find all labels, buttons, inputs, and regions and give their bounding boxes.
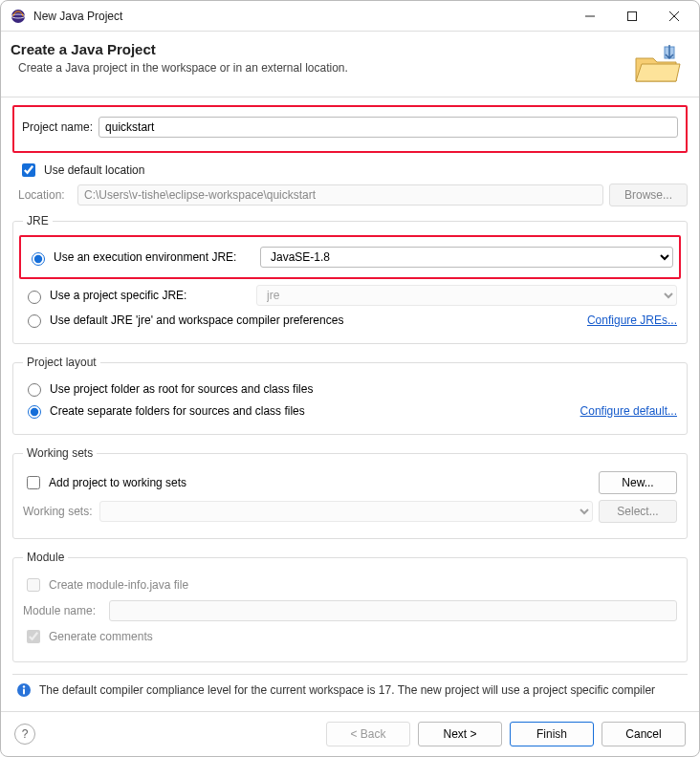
info-message: The default compiler compliance level fo… [12,674,688,702]
jre-legend: JRE [23,214,53,227]
use-root-folder-radio[interactable] [28,383,41,397]
back-button: < Back [326,722,410,746]
cancel-button[interactable]: Cancel [602,722,686,746]
project-layout-group: Project layout Use project folder as roo… [12,356,688,435]
select-working-sets-button: Select... [599,500,677,523]
configure-jres-link[interactable]: Configure JREs... [587,314,677,327]
folder-wizard-icon [630,41,684,87]
working-sets-label: Working sets: [23,505,94,518]
working-sets-select [99,501,593,522]
generate-comments-label: Generate comments [49,630,153,643]
module-name-input [109,600,677,621]
use-root-folder-label: Use project folder as root for sources a… [50,382,313,396]
separate-folders-radio[interactable] [28,405,41,419]
use-env-jre-label: Use an execution environment JRE: [54,250,254,264]
window-title: New Java Project [33,10,569,23]
project-name-input[interactable] [98,117,678,138]
location-label: Location: [18,188,72,202]
working-sets-legend: Working sets [23,446,97,460]
create-module-info-checkbox [27,578,40,592]
titlebar: New Java Project [1,1,699,32]
module-group: Module Create module-info.java file Modu… [12,551,688,662]
minimize-button[interactable] [569,2,611,31]
working-sets-group: Working sets Add project to working sets… [12,446,688,539]
location-input [77,184,603,205]
use-project-jre-radio[interactable] [28,291,41,304]
next-button[interactable]: Next > [418,722,502,746]
svg-rect-9 [23,689,25,695]
close-button[interactable] [653,2,695,31]
use-default-jre-label: Use default JRE 'jre' and workspace comp… [50,314,343,327]
add-to-working-sets-checkbox[interactable] [27,476,40,489]
maximize-button[interactable] [611,2,653,31]
use-default-location-label: Use default location [44,163,144,177]
use-project-jre-label: Use a project specific JRE: [50,289,251,302]
dialog-content: Project name: Use default location Locat… [1,97,699,711]
configure-default-link[interactable]: Configure default... [580,404,677,418]
project-name-highlight: Project name: [12,105,688,153]
help-button[interactable]: ? [14,724,35,745]
jre-group: JRE Use an execution environment JRE: Ja… [12,214,688,344]
page-title: Create a Java Project [11,41,630,57]
generate-comments-checkbox [27,630,40,643]
info-icon [16,682,32,698]
project-layout-legend: Project layout [23,356,100,369]
new-working-set-button[interactable]: New... [599,471,677,494]
dialog-header: Create a Java Project Create a Java proj… [1,32,699,97]
separate-folders-label: Create separate folders for sources and … [50,404,305,418]
create-module-info-label: Create module-info.java file [49,578,188,592]
eclipse-icon [11,9,26,24]
add-to-working-sets-label: Add project to working sets [49,476,186,489]
page-subtitle: Create a Java project in the workspace o… [11,61,630,75]
dialog-footer: ? < Back Next > Finish Cancel [1,711,699,756]
module-name-label: Module name: [23,604,103,617]
info-text: The default compiler compliance level fo… [39,683,655,697]
module-legend: Module [23,551,68,564]
project-jre-select: jre [256,285,677,306]
browse-button: Browse... [609,184,688,206]
svg-rect-3 [628,11,637,20]
svg-point-8 [23,685,25,687]
use-default-jre-radio[interactable] [28,314,41,328]
jre-env-highlight: Use an execution environment JRE: JavaSE… [19,235,681,279]
use-env-jre-radio[interactable] [32,252,45,266]
project-name-label: Project name: [22,120,93,134]
env-jre-select[interactable]: JavaSE-1.8 [260,247,673,268]
use-default-location-checkbox[interactable] [22,163,35,177]
finish-button[interactable]: Finish [510,722,594,746]
